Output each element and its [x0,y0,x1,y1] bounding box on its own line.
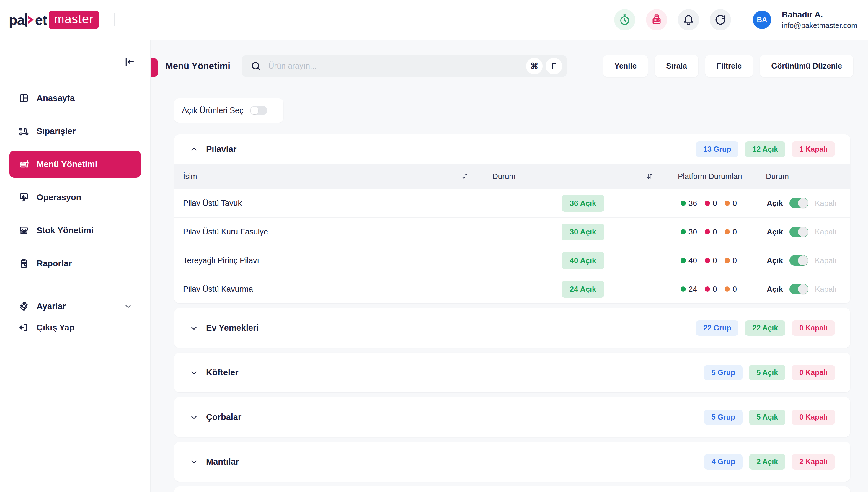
open-count-badge: 5 Açık [749,410,785,425]
section-header[interactable]: Köfteler 5 Grup 5 Açık 0 Kapalı [174,352,850,392]
sort-icon[interactable] [646,172,654,180]
sort-button[interactable]: Sırala [655,55,698,77]
product-row[interactable]: Tereyağlı Pirinç Pilavı 40 Açık 40 0 0 A… [174,246,850,275]
open-count-badge: 2 Açık [749,454,785,470]
sidebar-item-raporlar[interactable]: Raporlar [9,250,141,277]
platform-count: 40 [689,256,697,265]
section-title: Çorbalar [206,412,241,422]
chevron-down-icon [189,324,198,333]
group-count-badge: 22 Grup [696,320,738,336]
platform-count: 0 [713,256,717,265]
sidebar-item-ayarlar[interactable]: Ayarlar [9,296,141,317]
product-row[interactable]: Pilav Üstü Tavuk 36 Açık 36 0 0 Açık Kap… [174,189,850,217]
closed-count-badge: 2 Kapalı [792,454,835,470]
platform-dot-red [705,258,710,263]
sidebar: Anasayfa Siparişler Menü Yönetimi [0,40,151,492]
logout-icon [18,322,29,333]
section-corbalar: Çorbalar 5 Grup 5 Açık 0 Kapalı [174,397,850,437]
section-header[interactable]: Ev Yemekleri 22 Grup 22 Açık 0 Kapalı [174,308,850,348]
select-open-products-card: Açık Ürünleri Seç [174,98,283,123]
platform-statuses: 40 0 0 [676,246,764,275]
platform-dot-orange [724,200,730,206]
product-status-toggle[interactable] [789,284,808,294]
sidebar-footer: Ayarlar Çıkış Yap [0,296,150,338]
product-status-toggle[interactable] [789,226,808,237]
sidebar-item-label: Menü Yönetimi [36,159,97,169]
platform-count: 0 [713,285,717,294]
section-header[interactable]: Çorbalar 5 Grup 5 Açık 0 Kapalı [174,397,850,437]
sidebar-collapse-button[interactable] [123,55,136,68]
sidebar-item-operasyon[interactable]: Operasyon [9,184,141,211]
select-open-products-label: Açık Ürünleri Seç [182,106,244,115]
title-accent-pill [151,58,158,77]
chevron-down-icon [124,302,132,311]
open-count-badge: 5 Açık [749,365,785,380]
content-area: Açık Ürünleri Seç Pilavlar 13 Grup 12 Aç… [174,98,850,492]
user-email: info@paketmaster.com [782,21,858,30]
avatar[interactable]: BA [753,10,771,29]
refresh-button[interactable] [710,9,731,30]
product-row[interactable]: Pilav Üstü Kavurma 24 Açık 24 0 0 Açık K… [174,275,850,303]
brand-logo[interactable]: pa et master [9,10,99,29]
toggle-on-label: Açık [767,285,783,294]
platform-dot-green [681,200,686,206]
sort-icon[interactable] [461,172,469,180]
search-icon [250,60,262,72]
select-open-products-toggle[interactable] [250,106,267,115]
product-name: Pilav Üstü Kuru Fasulye [174,218,489,246]
collapse-sidebar-icon [124,56,135,68]
sidebar-item-menu-yonetimi[interactable]: Menü Yönetimi [9,151,141,178]
sidebar-item-anasayfa[interactable]: Anasayfa [9,84,141,112]
topbar-user-divider [742,10,742,29]
sidebar-item-siparisler[interactable]: Siparişler [9,118,141,145]
search-input[interactable] [269,62,523,71]
cash-register-icon [650,13,663,26]
logo-k-mark [25,12,35,27]
cash-register-button[interactable] [646,9,667,30]
notifications-button[interactable] [678,9,699,30]
column-header-toggle: Durum [766,172,789,181]
sidebar-item-label: Ayarlar [36,301,66,311]
refresh-list-button[interactable]: Yenile [603,55,648,77]
sidebar-item-stok-yonetimi[interactable]: Stok Yönetimi [9,217,141,244]
logo-badge: master [49,10,99,29]
toggle-off-label: Kapalı [815,199,837,208]
chevron-up-icon [189,145,198,153]
section-title: Köfteler [206,368,238,377]
edit-view-button[interactable]: Görünümü Düzenle [760,55,853,77]
section-ev-yemekleri: Ev Yemekleri 22 Grup 22 Açık 0 Kapalı [174,308,850,348]
product-name: Pilav Üstü Kavurma [174,275,489,303]
platform-count: 0 [713,227,717,237]
status-badge: 24 Açık [562,281,604,298]
store-icon [18,225,29,236]
shortcut-f-key: F [545,58,562,74]
closed-count-badge: 0 Kapalı [792,320,835,336]
page-title: Menü Yönetimi [165,61,230,71]
refresh-icon [714,13,727,26]
platform-count: 0 [733,256,737,265]
dashboard-icon [18,93,29,104]
product-status-toggle[interactable] [789,198,808,208]
toggle-on-label: Açık [767,199,783,208]
toggle-on-label: Açık [767,256,783,265]
presentation-icon [18,192,29,203]
platform-dot-orange [724,258,730,263]
report-icon [18,258,29,269]
section-title: Ev Yemekleri [206,323,259,333]
chevron-down-icon [189,413,198,422]
stopwatch-button[interactable] [614,9,635,30]
user-info[interactable]: Bahadır A. info@paketmaster.com [782,10,858,30]
section-header[interactable]: Pilavlar 13 Grup 12 Açık 1 Kapalı [174,134,850,164]
closed-count-badge: 1 Kapalı [792,142,835,157]
product-status-toggle[interactable] [789,255,808,266]
topbar: pa et master [0,0,868,40]
filter-button[interactable]: Filtrele [705,55,753,77]
status-badge: 36 Açık [562,195,604,212]
group-count-badge: 4 Grup [704,454,743,470]
search-bar[interactable]: ⌘ F [242,55,567,77]
product-row[interactable]: Pilav Üstü Kuru Fasulye 30 Açık 30 0 0 A… [174,217,850,246]
open-count-badge: 22 Açık [745,320,785,336]
sidebar-item-cikis-yap[interactable]: Çıkış Yap [9,317,141,338]
sidebar-item-label: Raporlar [36,259,72,268]
section-header[interactable]: Mantılar 4 Grup 2 Açık 2 Kapalı [174,442,850,482]
